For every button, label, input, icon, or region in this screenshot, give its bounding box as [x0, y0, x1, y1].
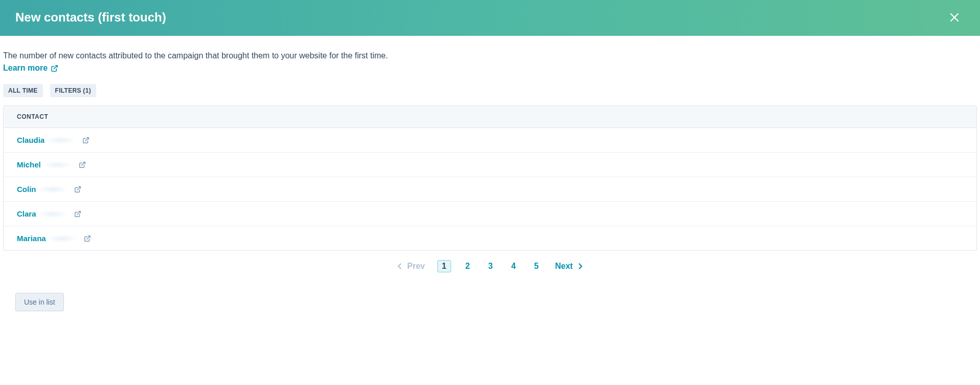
svg-line-7 — [87, 236, 90, 239]
table-row: Clara — [4, 202, 976, 226]
redacted-text — [46, 136, 76, 144]
contacts-table: CONTACT ClaudiaMichelColinClaraMariana — [3, 105, 977, 251]
external-link-icon — [51, 65, 58, 72]
external-link-icon[interactable] — [82, 137, 90, 144]
contact-cell: Michel — [17, 160, 109, 169]
page-1[interactable]: 1 — [437, 260, 451, 272]
table-header-contact: CONTACT — [4, 106, 976, 128]
contact-link[interactable]: Claudia — [17, 136, 44, 144]
modal-footer: Use in list — [0, 272, 980, 322]
external-link-icon[interactable] — [79, 161, 86, 168]
prev-button[interactable]: Prev — [392, 261, 428, 271]
table-row: Colin — [4, 177, 976, 202]
chevron-right-icon — [576, 262, 585, 271]
redacted-text — [47, 234, 78, 243]
all-time-tag[interactable]: ALL TIME — [3, 84, 43, 97]
contact-link[interactable]: Clara — [17, 209, 36, 218]
redacted-text — [42, 161, 73, 169]
modal-header: New contacts (first touch) — [0, 0, 980, 36]
external-link-icon[interactable] — [84, 235, 91, 242]
svg-line-6 — [77, 211, 80, 214]
svg-line-4 — [82, 162, 85, 165]
contact-link[interactable]: Mariana — [17, 234, 46, 243]
external-link-icon[interactable] — [74, 186, 81, 193]
next-label: Next — [555, 262, 573, 271]
page-3[interactable]: 3 — [484, 260, 497, 272]
external-link-icon[interactable] — [74, 210, 81, 218]
use-in-list-button[interactable]: Use in list — [15, 293, 64, 311]
next-button[interactable]: Next — [552, 261, 588, 271]
filters-tag[interactable]: FILTERS (1) — [50, 84, 96, 97]
pagination: Prev 12345 Next — [3, 251, 977, 272]
table-row: Michel — [4, 153, 976, 177]
page-2[interactable]: 2 — [461, 260, 474, 272]
prev-label: Prev — [407, 262, 425, 271]
redacted-text — [37, 185, 68, 194]
table-row: Claudia — [4, 128, 976, 153]
svg-line-5 — [77, 186, 80, 189]
contact-cell: Clara — [17, 209, 109, 218]
filter-tags: ALL TIME FILTERS (1) — [3, 84, 977, 97]
contact-cell: Colin — [17, 185, 109, 194]
redacted-text — [37, 210, 68, 218]
learn-more-label: Learn more — [3, 63, 48, 73]
table-row: Mariana — [4, 226, 976, 250]
contact-link[interactable]: Colin — [17, 185, 36, 194]
svg-line-2 — [54, 65, 57, 69]
description-text: The number of new contacts attributed to… — [3, 51, 977, 60]
page-5[interactable]: 5 — [530, 260, 543, 272]
close-button[interactable] — [944, 7, 965, 28]
close-icon — [948, 11, 961, 24]
contact-link[interactable]: Michel — [17, 160, 41, 169]
modal-title: New contacts (first touch) — [15, 10, 166, 25]
chevron-left-icon — [395, 262, 404, 271]
learn-more-link[interactable]: Learn more — [3, 63, 58, 73]
contact-cell: Mariana — [17, 234, 109, 243]
svg-line-3 — [85, 137, 88, 140]
page-4[interactable]: 4 — [507, 260, 520, 272]
contact-cell: Claudia — [17, 136, 109, 144]
